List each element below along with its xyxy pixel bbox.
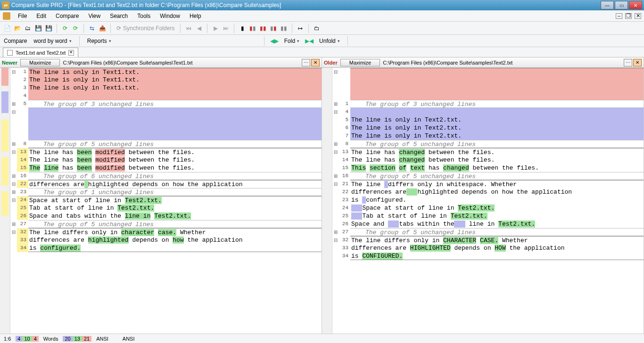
left-menu-icon[interactable]: ⋯ — [302, 59, 310, 66]
words-added: 20 — [63, 336, 72, 342]
words-removed: 21 — [82, 336, 91, 342]
workspace: Newer Maximize C:\Program Files (x86)\Co… — [0, 57, 644, 334]
right-pane: Older Maximize C:\Program Files (x86)\Co… — [322, 57, 644, 334]
fold-icon: ◀▶ — [270, 38, 279, 44]
right-encoding: ANSI — [123, 336, 135, 342]
save-all-icon[interactable]: 💾 — [44, 24, 53, 33]
left-pane: Newer Maximize C:\Program Files (x86)\Co… — [0, 57, 322, 334]
tab-close-icon[interactable]: ✕ — [68, 50, 74, 56]
menu-bar: File Edit Compare View Search Tools Wind… — [0, 10, 644, 22]
open-folder-icon[interactable]: 🗂 — [24, 24, 32, 33]
diff-grey-icon[interactable]: ▮▮ — [280, 24, 288, 33]
save-icon[interactable]: 💾 — [34, 24, 42, 33]
mdi-minimize[interactable]: – — [616, 13, 622, 19]
right-close-icon[interactable]: ✕ — [633, 59, 642, 66]
words-label: Words — [43, 336, 58, 342]
menu-view[interactable]: View — [86, 12, 102, 20]
compare-label: Compare — [3, 38, 28, 44]
diff-both-red-icon[interactable]: ▮▮ — [259, 24, 267, 33]
unfold-icon: ▶◀ — [305, 38, 314, 44]
nav-next-icon[interactable]: ▶ — [211, 24, 220, 33]
right-docmap[interactable] — [322, 68, 332, 334]
close-button[interactable]: ✕ — [629, 1, 642, 9]
menu-help[interactable]: Help — [188, 12, 203, 20]
document-tab-bar: Text1.txt and Text2.txt ✕ — [0, 47, 644, 57]
right-editor[interactable]: ⊟ ⊞1The group of 3 unchanged lines ⊟4 5T… — [322, 68, 644, 334]
mdi-close[interactable]: ✕ — [635, 13, 641, 19]
swap-icon[interactable]: ⇆ — [88, 24, 96, 33]
menu-edit[interactable]: Edit — [34, 12, 48, 20]
document-icon — [7, 50, 13, 56]
tab-label: Text1.txt and Text2.txt — [16, 50, 66, 56]
menu-window[interactable]: Window — [158, 12, 182, 20]
left-maximize-button[interactable]: Maximize — [20, 59, 60, 66]
document-tab[interactable]: Text1.txt and Text2.txt ✕ — [3, 48, 78, 57]
minimize-button[interactable]: — — [601, 1, 614, 9]
left-close-icon[interactable]: ✕ — [311, 59, 320, 66]
export-icon[interactable]: 📤 — [98, 24, 107, 33]
nav-prev-icon[interactable]: ◀ — [195, 24, 203, 33]
diff1-icon[interactable]: ▮ — [238, 24, 247, 33]
menu-file[interactable]: File — [16, 12, 29, 20]
left-encoding: ANSI — [96, 336, 108, 342]
words-changed: 13 — [73, 336, 82, 342]
open-icon[interactable]: 📂 — [13, 24, 22, 33]
app-icon: ⇄ — [2, 1, 9, 9]
merge-icon[interactable]: ↦ — [296, 24, 305, 33]
compare-toolbar: Compare word by word Reports ◀▶ Fold ▶◀ … — [0, 35, 644, 47]
nav-first-icon[interactable]: ⏮ — [184, 24, 193, 33]
compare-mode-dropdown[interactable]: word by word — [32, 37, 73, 45]
window-title: Compare Suite PRO - [Files Text1.txt and… — [11, 2, 601, 8]
app-menu-icon — [3, 12, 10, 20]
menu-compare[interactable]: Compare — [54, 12, 81, 20]
maximize-button[interactable]: ▭ — [615, 1, 628, 9]
new-icon[interactable]: 📄 — [3, 24, 11, 33]
left-path: C:\Program Files (x86)\Compare Suite\sam… — [63, 60, 299, 65]
right-age-label: Older — [324, 60, 338, 65]
sync-icon: ⟳ — [116, 25, 121, 32]
left-editor[interactable]: ⊟1The line is only in Text1.txt. 2The li… — [0, 68, 322, 334]
fold-dropdown[interactable]: Fold — [282, 37, 301, 45]
unfold-dropdown[interactable]: Unfold — [317, 37, 342, 45]
refresh-alt-icon[interactable]: ⟳ — [71, 24, 80, 33]
right-menu-icon[interactable]: ⋯ — [624, 59, 632, 66]
stat-removed: 4 — [32, 336, 39, 342]
main-toolbar: 📄 📂 🗂 💾 💾 ⟳ ⟳ ⇆ 📤 ⟳ Synchronize Folders … — [0, 22, 644, 35]
menu-tools[interactable]: Tools — [135, 12, 152, 20]
nav-last-icon[interactable]: ⏭ — [222, 24, 230, 33]
right-pane-header: Older Maximize C:\Program Files (x86)\Co… — [322, 57, 644, 68]
left-docmap[interactable] — [0, 68, 10, 334]
status-bar: 1:6 4 10 4 Words 20 13 21 ANSI ANSI — [0, 334, 644, 343]
diff-right-red-icon[interactable]: ▮▮ — [269, 24, 278, 33]
stat-added: 4 — [16, 336, 22, 342]
stat-changed: 10 — [22, 336, 32, 342]
mdi-restore[interactable]: ❐ — [625, 13, 632, 19]
right-maximize-button[interactable]: Maximize — [340, 59, 380, 66]
sync-folders-button: ⟳ Synchronize Folders — [115, 25, 176, 32]
left-age-label: Newer — [2, 60, 17, 65]
refresh-icon[interactable]: ⟳ — [61, 24, 69, 33]
title-bar: ⇄ Compare Suite PRO - [Files Text1.txt a… — [0, 0, 644, 10]
reports-dropdown[interactable]: Reports — [85, 37, 113, 45]
diff-left-red-icon[interactable]: ▮▮ — [248, 24, 257, 33]
cursor-position: 1:6 — [4, 336, 11, 342]
tree-icon[interactable]: 🗀 — [313, 24, 321, 33]
right-path: C:\Program Files (x86)\Compare Suite\sam… — [383, 60, 621, 65]
left-pane-header: Newer Maximize C:\Program Files (x86)\Co… — [0, 57, 322, 68]
menu-search[interactable]: Search — [108, 12, 130, 20]
